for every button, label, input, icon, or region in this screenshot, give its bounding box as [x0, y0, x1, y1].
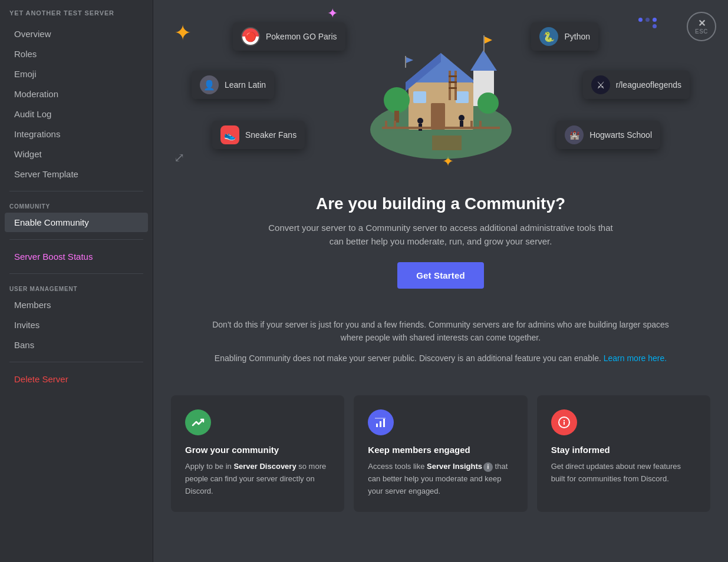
sidebar: YET ANOTHER TEST SERVER Overview Roles E…	[0, 0, 153, 562]
svg-rect-16	[449, 87, 457, 89]
page-subtitle: Convert your server to a Community serve…	[264, 222, 618, 248]
engage-icon	[368, 409, 394, 435]
svg-rect-37	[564, 420, 565, 421]
svg-rect-12	[449, 71, 451, 100]
grow-icon	[185, 409, 211, 435]
svg-rect-36	[564, 422, 565, 425]
svg-rect-29	[405, 56, 406, 68]
feature-card-informed: Stay informed Get direct updates about n…	[537, 395, 710, 511]
svg-point-11	[477, 92, 499, 114]
info-icon: i	[483, 462, 493, 472]
svg-rect-34	[375, 418, 386, 419]
sidebar-item-server-template[interactable]: Server Template	[5, 164, 148, 184]
svg-marker-22	[485, 37, 492, 44]
hero-section: ✦ ✦ ✦ ⤢ 🔴 Pokemon GO Paris 👤 Learn Latin…	[153, 0, 728, 183]
svg-rect-33	[383, 419, 385, 427]
learn-more-link[interactable]: Learn more here.	[604, 353, 667, 363]
svg-rect-31	[376, 424, 378, 427]
sidebar-item-integrations[interactable]: Integrations	[5, 124, 148, 144]
badge-python: 🐍 Python	[531, 22, 598, 51]
sidebar-item-invites[interactable]: Invites	[5, 315, 148, 335]
note-1: Don't do this if your server is just for…	[212, 318, 669, 345]
svg-rect-4	[431, 103, 445, 130]
svg-marker-8	[470, 50, 497, 71]
svg-rect-28	[432, 135, 462, 150]
svg-marker-30	[406, 57, 413, 63]
expand-icon: ⤢	[174, 150, 185, 166]
sidebar-item-enable-community[interactable]: Enable Community	[5, 213, 148, 232]
feature-cards: Grow your community Apply to be in Serve…	[153, 384, 728, 529]
sidebar-item-bans[interactable]: Bans	[5, 335, 148, 355]
svg-rect-5	[413, 91, 426, 103]
sidebar-divider-1	[9, 191, 143, 191]
grow-title: Grow your community	[185, 445, 330, 455]
info-section: Are you building a Community? Convert yo…	[153, 183, 728, 306]
sidebar-item-server-boost[interactable]: Server Boost Status	[5, 247, 148, 266]
svg-point-19	[459, 115, 465, 121]
informed-title: Stay informed	[551, 445, 696, 455]
page-heading: Are you building a Community?	[200, 194, 681, 213]
sidebar-item-members[interactable]: Members	[5, 295, 148, 315]
star-yellow-large-icon: ✦	[174, 21, 192, 45]
informed-description: Get direct updates about new features bu…	[551, 461, 696, 485]
svg-rect-32	[380, 421, 381, 427]
svg-rect-26	[470, 121, 473, 129]
user-management-section-label: USER MANAGEMENT	[0, 281, 153, 295]
iso-illustration	[361, 0, 521, 171]
svg-rect-13	[454, 71, 457, 100]
svg-rect-27	[479, 121, 482, 129]
community-section-label: COMMUNITY	[0, 199, 153, 212]
sidebar-item-delete-server[interactable]: Delete Server	[5, 369, 148, 389]
svg-point-17	[417, 118, 423, 124]
main-content: ✦ ✦ ✦ ⤢ 🔴 Pokemon GO Paris 👤 Learn Latin…	[153, 0, 728, 562]
note-2: Enabling Community does not make your se…	[212, 352, 669, 365]
sidebar-item-moderation[interactable]: Moderation	[5, 84, 148, 104]
dots-decoration	[638, 18, 657, 28]
svg-rect-24	[385, 121, 387, 129]
sidebar-item-overview[interactable]: Overview	[5, 24, 148, 44]
badge-pokemon-go-paris: 🔴 Pokemon GO Paris	[233, 22, 345, 51]
grow-description: Apply to be in Server Discovery so more …	[185, 461, 330, 497]
svg-rect-15	[449, 81, 457, 83]
sidebar-divider-3	[9, 273, 143, 274]
get-started-button[interactable]: Get Started	[397, 262, 484, 289]
engage-title: Keep members engaged	[368, 445, 513, 455]
sidebar-divider-2	[9, 239, 143, 240]
server-name: YET ANOTHER TEST SERVER	[0, 9, 153, 24]
feature-card-engage: Keep members engaged Access tools like S…	[354, 395, 527, 511]
esc-button[interactable]: ✕ ESC	[687, 12, 716, 41]
sidebar-item-audit-log[interactable]: Audit Log	[5, 104, 148, 124]
svg-point-9	[384, 87, 410, 113]
sidebar-item-roles[interactable]: Roles	[5, 44, 148, 64]
close-icon: ✕	[698, 19, 706, 28]
badge-learn-latin: 👤 Learn Latin	[192, 71, 274, 99]
informed-icon	[551, 409, 577, 435]
svg-rect-6	[456, 91, 469, 103]
svg-rect-23	[382, 127, 500, 129]
svg-rect-25	[394, 121, 396, 129]
badge-sneaker-fans: 👟 Sneaker Fans	[212, 121, 305, 149]
badge-leagueoflegends: ⚔ r/leagueoflegends	[583, 71, 690, 99]
sidebar-item-emoji[interactable]: Emoji	[5, 64, 148, 84]
star-pink-icon: ✦	[327, 6, 338, 21]
svg-rect-21	[483, 35, 485, 52]
sidebar-item-widget[interactable]: Widget	[5, 144, 148, 164]
engage-description: Access tools like Server Insightsi that …	[368, 461, 513, 497]
badge-hogwarts-school: 🏰 Hogwarts School	[556, 121, 660, 149]
sidebar-divider-4	[9, 362, 143, 362]
svg-rect-14	[449, 75, 457, 77]
feature-card-grow: Grow your community Apply to be in Serve…	[171, 395, 344, 511]
note-section: Don't do this if your server is just for…	[153, 306, 728, 384]
